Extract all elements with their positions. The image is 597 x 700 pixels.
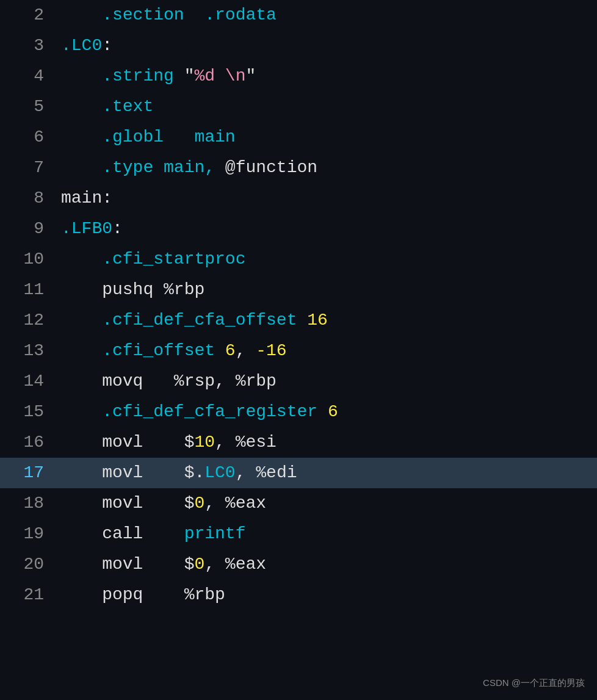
line-number: 5 — [0, 92, 55, 122]
code-segment: .cfi_startproc — [61, 250, 245, 269]
line-content: popq %rbp — [55, 580, 597, 610]
code-line: 8main: — [0, 183, 597, 214]
code-line: 2 .section .rodata — [0, 0, 597, 31]
code-line: 15 .cfi_def_cfa_register 6 — [0, 397, 597, 427]
line-content: movl $0, %eax — [55, 549, 597, 580]
line-number: 20 — [0, 549, 55, 580]
code-line: 9.LFB0: — [0, 214, 597, 244]
code-segment: 10 — [194, 433, 215, 452]
line-number: 14 — [0, 366, 55, 397]
line-content: pushq %rbp — [55, 275, 597, 305]
code-segment: " — [184, 67, 195, 85]
code-segment: .LFB0 — [61, 219, 112, 238]
code-line: 19 call printf — [0, 519, 597, 549]
code-segment: 6 — [225, 341, 236, 360]
code-line: 7 .type main, @function — [0, 153, 597, 183]
code-segment: 16 — [307, 311, 328, 330]
line-number: 8 — [0, 183, 55, 214]
code-segment: %d \n — [194, 67, 245, 85]
code-segment: movl $ — [61, 433, 194, 452]
code-segment: " — [245, 67, 256, 85]
code-segment: 0 — [194, 494, 204, 513]
code-segment: 6 — [328, 402, 338, 421]
line-content: .cfi_def_cfa_offset 16 — [55, 305, 597, 336]
code-segment: call — [61, 524, 184, 543]
line-content: movl $.LC0, %edi — [55, 458, 597, 488]
code-line: 12 .cfi_def_cfa_offset 16 — [0, 305, 597, 336]
code-line: 4 .string "%d \n" — [0, 61, 597, 92]
code-segment: .section .rodata — [61, 5, 277, 24]
code-segment: , %edi — [236, 463, 297, 482]
code-segment: .cfi_def_cfa_register — [61, 402, 328, 421]
code-line: 18 movl $0, %eax — [0, 488, 597, 519]
line-content: .section .rodata — [55, 0, 597, 31]
code-line: 10 .cfi_startproc — [0, 244, 597, 275]
line-number: 6 — [0, 122, 55, 153]
line-number: 7 — [0, 153, 55, 183]
watermark: CSDN @一个正直的男孩 — [483, 677, 585, 689]
code-line: 17 movl $.LC0, %edi — [0, 458, 597, 488]
code-segment: : — [102, 189, 112, 207]
line-number: 2 — [0, 0, 55, 31]
code-line: 21 popq %rbp — [0, 580, 597, 610]
code-segment: , %eax — [204, 555, 266, 574]
code-segment: main — [61, 189, 102, 207]
code-segment: movq %rsp, %rbp — [61, 372, 277, 391]
code-segment: popq %rbp — [61, 585, 225, 604]
line-number: 3 — [0, 31, 55, 61]
line-content: .cfi_startproc — [55, 244, 597, 275]
code-segment: .text — [61, 97, 153, 116]
line-number: 19 — [0, 519, 55, 549]
line-number: 21 — [0, 580, 55, 610]
code-segment: movl $ — [61, 555, 194, 574]
code-segment: , %esi — [215, 433, 277, 452]
code-segment: movl $. — [61, 463, 204, 482]
line-number: 4 — [0, 61, 55, 92]
line-number: 16 — [0, 427, 55, 458]
line-content: .LC0: — [55, 31, 597, 61]
line-content: .cfi_offset 6, -16 — [55, 336, 597, 366]
line-number: 18 — [0, 488, 55, 519]
code-line: 13 .cfi_offset 6, -16 — [0, 336, 597, 366]
line-content: movq %rsp, %rbp — [55, 366, 597, 397]
line-content: movl $10, %esi — [55, 427, 597, 458]
line-content: main: — [55, 183, 597, 214]
line-content: call printf — [55, 519, 597, 549]
code-container: 2 .section .rodata3.LC0:4 .string "%d \n… — [0, 0, 597, 616]
code-segment: : — [112, 219, 123, 238]
code-segment: @function — [225, 158, 317, 177]
code-line: 20 movl $0, %eax — [0, 549, 597, 580]
code-segment: LC0 — [204, 463, 235, 482]
line-number: 9 — [0, 214, 55, 244]
code-line: 6 .globl main — [0, 122, 597, 153]
line-number: 12 — [0, 305, 55, 336]
code-segment: , — [236, 341, 256, 360]
line-number: 15 — [0, 397, 55, 427]
code-line: 16 movl $10, %esi — [0, 427, 597, 458]
code-line: 14 movq %rsp, %rbp — [0, 366, 597, 397]
line-content: .cfi_def_cfa_register 6 — [55, 397, 597, 427]
line-number: 11 — [0, 275, 55, 305]
code-segment: .cfi_offset — [61, 341, 225, 360]
code-segment: .string — [61, 67, 184, 85]
line-number: 17 — [0, 458, 55, 488]
line-number: 13 — [0, 336, 55, 366]
code-segment: movl $ — [61, 494, 194, 513]
line-content: .string "%d \n" — [55, 61, 597, 92]
code-segment: printf — [184, 524, 246, 543]
line-content: movl $0, %eax — [55, 488, 597, 519]
code-segment: 0 — [194, 555, 204, 574]
code-line: 3.LC0: — [0, 31, 597, 61]
line-content: .LFB0: — [55, 214, 597, 244]
code-segment: , %eax — [204, 494, 266, 513]
code-line: 5 .text — [0, 92, 597, 122]
code-segment: : — [102, 36, 112, 55]
line-number: 10 — [0, 244, 55, 275]
code-segment: -16 — [256, 341, 286, 360]
line-content: .globl main — [55, 122, 597, 153]
line-content: .type main, @function — [55, 153, 597, 183]
code-segment: .LC0 — [61, 36, 102, 55]
code-segment: .globl main — [61, 128, 236, 146]
code-segment: .type main, — [61, 158, 225, 177]
line-content: .text — [55, 92, 597, 122]
